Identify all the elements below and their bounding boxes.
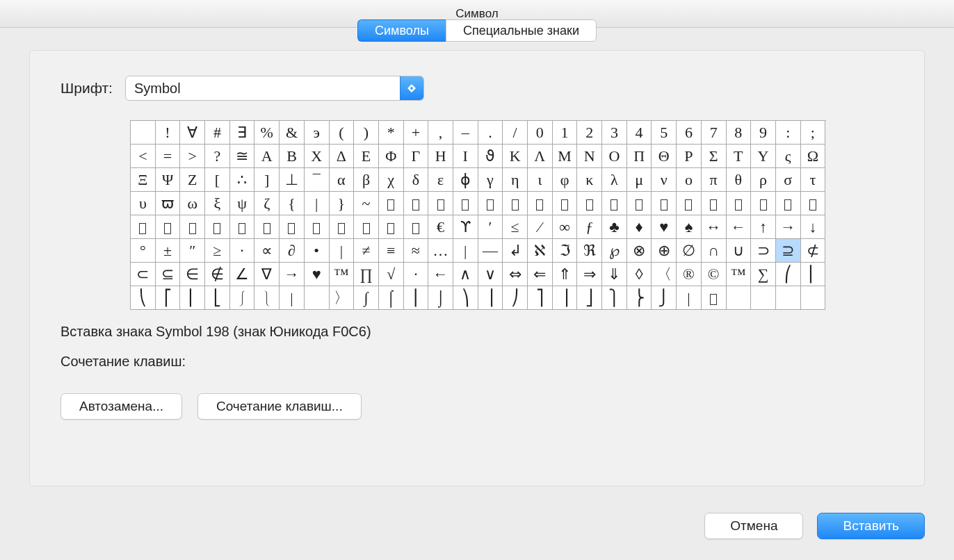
symbol-cell[interactable]	[379, 192, 404, 215]
symbol-cell[interactable]: τ	[801, 168, 826, 192]
symbol-cell[interactable]: ⎝	[131, 286, 156, 310]
symbol-cell[interactable]: Ψ	[156, 168, 181, 192]
tab-symbols[interactable]: Символы	[357, 19, 446, 42]
symbol-grid[interactable]: !∀#∃%&э()*+,–./0123456789:;<=>?≅ABXΔEΦΓH…	[130, 120, 826, 310]
symbol-cell[interactable]: 1	[553, 121, 578, 145]
symbol-cell[interactable]: 4	[627, 121, 652, 145]
symbol-cell[interactable]	[131, 121, 156, 145]
symbol-cell[interactable]: Π	[627, 145, 652, 168]
symbol-cell[interactable]	[801, 286, 826, 310]
symbol-cell[interactable]: υ	[131, 192, 156, 215]
symbol-cell[interactable]: ⎥	[553, 286, 578, 310]
symbol-cell[interactable]: ⎞	[453, 286, 478, 310]
symbol-cell[interactable]: ↲	[503, 239, 528, 263]
symbol-cell[interactable]: 7	[702, 121, 727, 145]
symbol-cell[interactable]: ⇐	[528, 263, 553, 286]
symbol-cell[interactable]: Θ	[652, 145, 677, 168]
symbol-cell[interactable]: ⎛	[776, 263, 801, 286]
symbol-cell[interactable]: •	[305, 239, 330, 263]
symbol-cell[interactable]: Ξ	[131, 168, 156, 192]
symbol-cell[interactable]: O	[602, 145, 627, 168]
symbol-cell[interactable]: ϒ	[453, 215, 478, 239]
symbol-cell[interactable]: ⊕	[652, 239, 677, 263]
symbol-cell[interactable]: ϑ	[478, 145, 503, 168]
symbol-cell[interactable]: ♠	[677, 215, 702, 239]
symbol-cell[interactable]: &	[280, 121, 305, 145]
symbol-cell[interactable]: α	[330, 168, 355, 192]
symbol-cell[interactable]: ,	[428, 121, 453, 145]
symbol-cell[interactable]: ♥	[305, 263, 330, 286]
symbol-cell[interactable]: ⊗	[627, 239, 652, 263]
symbol-cell[interactable]: H	[428, 145, 453, 168]
symbol-cell[interactable]	[702, 286, 727, 310]
symbol-cell[interactable]: ♦	[627, 215, 652, 239]
symbol-cell[interactable]: ∩	[702, 239, 727, 263]
symbol-cell[interactable]: ψ	[230, 192, 255, 215]
symbol-cell[interactable]	[776, 192, 801, 215]
symbol-cell[interactable]: K	[503, 145, 528, 168]
symbol-cell[interactable]: Z	[180, 168, 205, 192]
symbol-cell[interactable]: ζ	[254, 192, 280, 215]
symbol-cell[interactable]: P	[677, 145, 702, 168]
symbol-cell[interactable]: #	[205, 121, 230, 145]
symbol-cell[interactable]: λ	[602, 168, 627, 192]
tab-special-characters[interactable]: Специальные знаки	[446, 19, 597, 42]
symbol-cell[interactable]: ≥	[205, 239, 230, 263]
symbol-cell[interactable]: ″	[180, 239, 205, 263]
symbol-cell[interactable]: ↓	[801, 215, 826, 239]
symbol-cell[interactable]: ↔	[702, 215, 727, 239]
symbol-cell[interactable]: ⎢	[180, 286, 205, 310]
symbol-cell[interactable]: χ	[379, 168, 404, 192]
symbol-cell[interactable]	[305, 215, 330, 239]
symbol-cell[interactable]: э	[305, 121, 330, 145]
symbol-cell[interactable]	[801, 192, 826, 215]
symbol-cell[interactable]: Φ	[379, 145, 404, 168]
symbol-cell[interactable]: ℑ	[553, 239, 578, 263]
insert-button[interactable]: Вставить	[817, 513, 925, 539]
symbol-cell[interactable]: ™	[727, 263, 752, 286]
symbol-cell[interactable]: °	[131, 239, 156, 263]
symbol-cell[interactable]: ς	[776, 145, 801, 168]
symbol-cell[interactable]: …	[428, 239, 453, 263]
symbol-cell[interactable]: ∇	[254, 263, 280, 286]
symbol-cell[interactable]: ≠	[354, 239, 379, 263]
symbol-cell[interactable]: ∠	[230, 263, 255, 286]
symbol-cell[interactable]: +	[404, 121, 429, 145]
symbol-cell[interactable]: ⎜	[801, 263, 826, 286]
symbol-cell[interactable]: 〈	[652, 263, 677, 286]
symbol-cell[interactable]: ρ	[751, 168, 776, 192]
symbol-cell[interactable]: 0	[528, 121, 553, 145]
symbol-cell[interactable]: ~	[354, 192, 379, 215]
symbol-cell[interactable]: ∂	[280, 239, 305, 263]
symbol-cell[interactable]: E	[354, 145, 379, 168]
symbol-cell[interactable]: (	[330, 121, 355, 145]
symbol-cell[interactable]: —	[478, 239, 503, 263]
symbol-cell[interactable]: γ	[478, 168, 503, 192]
symbol-cell[interactable]	[503, 192, 528, 215]
symbol-cell[interactable]: μ	[627, 168, 652, 192]
font-select[interactable]: Symbol	[125, 76, 424, 101]
symbol-cell[interactable]: ℘	[602, 239, 627, 263]
symbol-cell[interactable]: [	[205, 168, 230, 192]
symbol-cell[interactable]	[156, 215, 181, 239]
symbol-cell[interactable]: ↑	[751, 215, 776, 239]
symbol-cell[interactable]	[379, 215, 404, 239]
symbol-cell[interactable]: ♥	[652, 215, 677, 239]
symbol-cell[interactable]: ϕ	[453, 168, 478, 192]
symbol-cell[interactable]: 3	[602, 121, 627, 145]
symbol-cell[interactable]: M	[553, 145, 578, 168]
symbol-cell[interactable]	[180, 215, 205, 239]
symbol-cell[interactable]: ⎡	[156, 286, 181, 310]
symbol-cell[interactable]: €	[428, 215, 453, 239]
symbol-cell[interactable]: ♣	[602, 215, 627, 239]
symbol-cell[interactable]: ⎠	[503, 286, 528, 310]
symbol-cell[interactable]: =	[156, 145, 181, 168]
symbol-cell[interactable]: ℜ	[577, 239, 602, 263]
symbol-cell[interactable]: B	[280, 145, 305, 168]
symbol-cell[interactable]: ⎭	[652, 286, 677, 310]
symbol-cell[interactable]: ≡	[379, 239, 404, 263]
symbol-cell[interactable]: ν	[652, 168, 677, 192]
symbol-cell[interactable]: ∏	[354, 263, 379, 286]
symbol-cell[interactable]: 6	[677, 121, 702, 145]
symbol-cell[interactable]: ⎣	[205, 286, 230, 310]
